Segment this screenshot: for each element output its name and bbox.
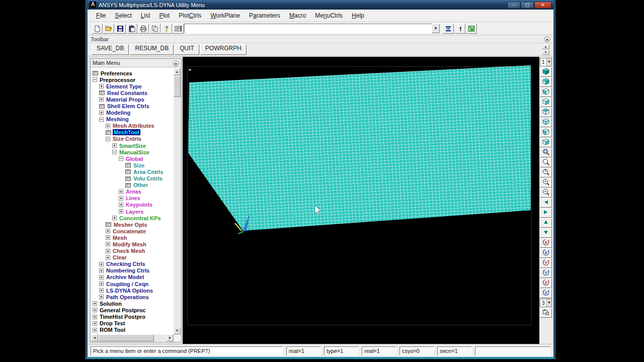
collapse-icon[interactable] [119,156,123,161]
tree-hscroll-thumb[interactable] [99,334,154,341]
tree-item-mesh[interactable]: Mesh [91,234,174,241]
rotate-y-neg-button[interactable]: Y [540,258,552,268]
tree-item-preprocessor[interactable]: Preprocessor [91,76,174,83]
contact-manager-button[interactable] [466,24,477,34]
tree-vertical-scrollbar[interactable]: ▲ ▼ [174,68,181,334]
expand-icon[interactable] [99,84,104,88]
tree-item-meshing[interactable]: Meshing [91,116,174,123]
expand-icon[interactable] [99,97,104,102]
open-folder-button[interactable] [103,24,114,34]
dynamic-mode-button[interactable] [540,308,552,318]
tree-item-real-constants[interactable]: Real Constants [91,89,174,96]
maximize-button[interactable]: ▢ [521,2,534,9]
tree-item-numbering-ctrls[interactable]: Numbering Ctrls [91,267,174,274]
powrgrph-button[interactable]: POWRGRPH [200,44,247,55]
minimize-button[interactable]: — [507,2,520,9]
tree-item-material-props[interactable]: Material Props [91,96,174,103]
tree-item-preferences[interactable]: Preferences [91,70,174,76]
tree-item-concatenate[interactable]: Concatenate [91,228,174,234]
tree-item-meshtool[interactable]: MeshTool [91,129,174,136]
expand-icon[interactable] [93,308,97,312]
tree-item-manualsize[interactable]: ManualSize [91,149,174,155]
menu-plotctrls[interactable]: PlotCtrls [174,11,206,21]
rotate-z-pos-button[interactable]: Z [540,289,552,298]
tree-item-ls-dyna-options[interactable]: LS-DYNA Options [91,287,174,294]
back-view-button[interactable] [540,98,552,107]
menu-help[interactable]: Help [347,11,369,21]
command-history-dropdown[interactable]: ▼ [432,24,440,33]
expand-icon[interactable] [119,203,123,207]
rotate-x-neg-button[interactable]: X [540,238,552,248]
tree-horizontal-scrollbar[interactable]: ◄ ► [91,334,174,341]
rotate-z-neg-button[interactable]: Z [540,279,552,288]
tree-item-drop-test[interactable]: Drop Test [91,320,174,327]
tree-item-smartsize[interactable]: SmartSize [91,142,174,149]
zoom-button[interactable] [540,158,552,167]
tree-item-size-cntrls[interactable]: Size Cntrls [91,136,174,142]
collapse-icon[interactable] [106,137,110,141]
tree-item-timehist-postpro[interactable]: TimeHist Postpro [91,313,174,320]
expand-icon[interactable] [119,196,123,201]
rotate-y-pos-button[interactable]: Y [540,268,552,278]
tree-item-checking-ctrls[interactable]: Checking Ctrls [91,261,174,267]
toolbar-collapse-icon[interactable] [544,36,550,42]
fit-view-button[interactable] [540,148,552,157]
expand-icon[interactable] [99,268,104,273]
window-number-select[interactable]: 1 ▼ [540,58,552,66]
menu-list[interactable]: List [136,11,155,21]
zoom-out-button[interactable] [540,188,552,198]
collapse-icon[interactable] [93,77,97,82]
tree-item-element-type[interactable]: Element Type [91,83,174,89]
expand-icon[interactable] [99,288,104,293]
save_db-button[interactable]: SAVE_DB [92,44,129,55]
tree-item-layers[interactable]: Layers [91,208,174,215]
resum_db-button[interactable]: RESUM_DB [130,44,174,55]
command-input[interactable] [184,24,432,33]
expand-icon[interactable] [99,295,104,299]
expand-icon[interactable] [119,209,123,214]
menu-parameters[interactable]: Parameters [245,11,285,21]
top-view-button[interactable] [540,108,552,117]
rotate-x-pos-button[interactable]: X [540,248,552,258]
menu-select[interactable]: Select [110,11,136,21]
tree-item-clear[interactable]: Clear [91,254,174,261]
expand-icon[interactable] [99,262,104,266]
tree-item-size[interactable]: Size [91,162,174,168]
left-view-button[interactable] [540,128,552,137]
help-key-button[interactable]: ? [161,24,172,34]
tree-item-modeling[interactable]: Modeling [91,110,174,116]
save-button[interactable] [115,24,126,34]
raise-hidden-button[interactable] [443,24,454,34]
toolbar-scroll-up-button[interactable]: ▲ [542,44,549,49]
main-menu-collapse-icon[interactable] [173,60,179,66]
expand-icon[interactable] [119,190,123,194]
bottom-view-button[interactable] [540,118,552,127]
graphics-window[interactable] [183,57,544,344]
collapse-icon[interactable] [99,117,104,122]
pan-left-button[interactable] [540,198,552,208]
expand-icon[interactable] [106,255,110,260]
tree-item-global[interactable]: Global [91,155,174,162]
tree-item-area-cntrls[interactable]: Area Cntrls [91,168,174,175]
toolbar-scroll-down-button[interactable]: ▼ [542,50,549,55]
close-button[interactable]: ✕ [534,2,551,9]
expand-icon[interactable] [106,235,110,240]
expand-icon[interactable] [99,282,104,286]
pan-right-button[interactable] [540,208,552,218]
tree-item-general-postproc[interactable]: General Postproc [91,307,174,313]
tree-item-check-mesh[interactable]: Check Mesh [91,248,174,254]
tree-item-concentrat-kps[interactable]: Concentrat KPs [91,215,174,221]
expand-icon[interactable] [99,111,104,115]
tree-item-mesh-attributes[interactable]: Mesh Attributes [91,123,174,129]
print-button[interactable] [138,24,149,34]
tree-item-rom-tool[interactable]: ROM Tool [91,327,174,333]
expand-icon[interactable] [112,143,117,148]
new-file-button[interactable] [92,24,103,34]
expand-icon[interactable] [106,229,110,233]
collapse-icon[interactable] [112,150,117,154]
tree-item-path-operations[interactable]: Path Operations [91,294,174,300]
right-view-button[interactable] [540,138,552,147]
zoom-back-button[interactable] [540,168,552,177]
iso-view-button[interactable] [540,67,552,77]
tree-item-volu-cntrls[interactable]: Volu Cntrls [91,175,174,182]
